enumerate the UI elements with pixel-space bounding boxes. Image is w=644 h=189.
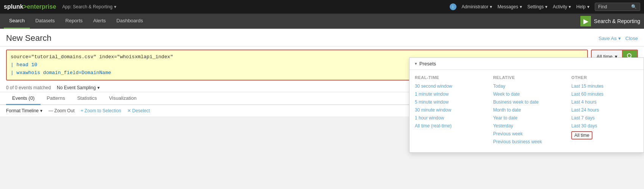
sampling-label: No Event Sampling: [57, 85, 96, 90]
nav-search-label: Search: [9, 18, 25, 23]
nav-search[interactable]: Search: [4, 14, 30, 29]
rel-month-to-date[interactable]: Month to date: [493, 107, 560, 113]
logo-text: splunk>enterprise: [4, 3, 56, 10]
time-dropdown: ▾ Presets REAL-TIME 30 second window 1 m…: [409, 57, 644, 116]
app-label-text: App: Search & Reporting: [62, 4, 113, 9]
info-icon: i: [450, 3, 456, 10]
sec-nav-right: ▶ Search & Reporting: [580, 14, 640, 29]
nav-alerts-label: Alerts: [93, 18, 106, 23]
chevron-down-icon: ▾: [114, 4, 116, 9]
chevron-down-icon: ▾: [97, 85, 100, 90]
help-label: Help: [576, 4, 586, 9]
app-branding-label: Search & Reporting: [594, 18, 640, 24]
chevron-down-icon: ▾: [415, 61, 417, 66]
sampling-button[interactable]: No Event Sampling ▾: [57, 85, 100, 90]
chevron-down-icon: ▾: [490, 4, 492, 9]
app-branding: ▶ Search & Reporting: [580, 16, 640, 26]
page-header-actions: Save As ▾ Close: [599, 36, 638, 41]
rt-30min[interactable]: 30 minute window: [415, 107, 482, 113]
find-input[interactable]: Find 🔍: [595, 3, 640, 11]
other-column: OTHER Last 15 minutes Last 60 minutes La…: [571, 75, 638, 116]
relative-column: RELATIVE Today Week to date Business wee…: [493, 75, 560, 116]
relative-header: RELATIVE: [493, 75, 560, 80]
top-nav-right: i Administrator ▾ Messages ▾ Settings ▾ …: [450, 3, 640, 11]
administrator-label: Administrator: [462, 4, 489, 9]
top-nav-left: splunk>enterprise App: Search & Reportin…: [4, 3, 116, 10]
nav-datasets[interactable]: Datasets: [30, 14, 60, 29]
pipe-keyword: | head 10: [11, 62, 37, 68]
other-4hrs[interactable]: Last 4 hours: [571, 99, 638, 105]
save-as-label: Save As: [599, 36, 617, 41]
rt-1hour[interactable]: 1 hour window: [415, 115, 482, 116]
chevron-down-icon: ▾: [545, 4, 547, 9]
messages-menu[interactable]: Messages ▾: [497, 4, 522, 9]
zoom-to-label: + Zoom to Selection: [81, 108, 121, 113]
splunk-logo[interactable]: splunk>enterprise: [4, 3, 56, 10]
deselect-label: ✕ Deselect: [127, 108, 150, 113]
nav-alerts[interactable]: Alerts: [88, 14, 111, 29]
nav-reports[interactable]: Reports: [60, 14, 88, 29]
chevron-down-icon: ▾: [587, 4, 589, 9]
find-placeholder: Find: [598, 4, 607, 9]
close-button[interactable]: Close: [625, 36, 638, 41]
nav-dashboards[interactable]: Dashboards: [111, 14, 148, 29]
tab-statistics-label: Statistics: [77, 95, 97, 101]
zoom-out-button[interactable]: — Zoom Out: [48, 108, 75, 113]
chevron-down-icon: ▾: [618, 36, 621, 41]
other-15min[interactable]: Last 15 minutes: [571, 84, 638, 89]
chevron-down-icon: ▾: [40, 108, 42, 113]
page-header: New Search Save As ▾ Close: [0, 29, 644, 46]
nav-reports-label: Reports: [66, 18, 83, 23]
real-time-header: REAL-TIME: [415, 75, 482, 80]
zoom-to-selection-button[interactable]: + Zoom to Selection: [81, 108, 121, 113]
dropdown-columns: REAL-TIME 30 second window 1 minute wind…: [410, 70, 644, 116]
app-label[interactable]: App: Search & Reporting ▾: [62, 4, 116, 9]
other-24hrs[interactable]: Last 24 hours: [571, 107, 638, 113]
app-branding-icon: ▶: [580, 16, 591, 26]
rt-30sec[interactable]: 30 second window: [415, 84, 482, 89]
format-timeline-button[interactable]: Format Timeline ▾: [6, 108, 42, 113]
format-timeline-label: Format Timeline: [6, 108, 39, 113]
rel-year-to-date[interactable]: Year to date: [493, 115, 560, 116]
secondary-navigation: Search Datasets Reports Alerts Dashboard…: [0, 14, 644, 29]
search-icon: 🔍: [631, 4, 637, 9]
tab-patterns-label: Patterns: [47, 95, 65, 101]
svg-point-0: [627, 54, 631, 57]
other-60min[interactable]: Last 60 minutes: [571, 91, 638, 97]
real-time-column: REAL-TIME 30 second window 1 minute wind…: [415, 75, 482, 116]
dropdown-header: ▾ Presets: [410, 58, 644, 70]
chevron-down-icon: ▾: [520, 4, 522, 9]
messages-label: Messages: [497, 4, 518, 9]
rel-biz-week[interactable]: Business week to date: [493, 99, 560, 105]
tab-events-label: Events (0): [12, 95, 34, 101]
tab-visualization-label: Visualization: [109, 95, 137, 101]
rel-week-to-date[interactable]: Week to date: [493, 91, 560, 97]
activity-menu[interactable]: Activity ▾: [553, 4, 571, 9]
rt-1min[interactable]: 1 minute window: [415, 91, 482, 97]
logo-highlight: >enterprise: [23, 3, 56, 10]
tab-visualization[interactable]: Visualization: [103, 92, 143, 105]
zoom-out-label: — Zoom Out: [48, 108, 75, 113]
other-7days[interactable]: Last 7 days: [571, 115, 638, 116]
save-as-button[interactable]: Save As ▾: [599, 36, 621, 41]
chevron-down-icon: ▾: [569, 4, 571, 9]
settings-label: Settings: [527, 4, 544, 9]
nav-dashboards-label: Dashboards: [116, 18, 143, 23]
administrator-menu[interactable]: Administrator ▾: [462, 4, 492, 9]
rt-5min[interactable]: 5 minute window: [415, 99, 482, 105]
help-menu[interactable]: Help ▾: [576, 4, 589, 9]
other-header: OTHER: [571, 75, 638, 80]
page-title: New Search: [6, 33, 52, 43]
dropdown-header-label: Presets: [419, 61, 436, 67]
tab-patterns[interactable]: Patterns: [41, 92, 71, 105]
tab-events[interactable]: Events (0): [6, 92, 41, 105]
top-navigation: splunk>enterprise App: Search & Reportin…: [0, 0, 644, 14]
rel-today[interactable]: Today: [493, 84, 560, 89]
activity-label: Activity: [553, 4, 567, 9]
sec-nav-items: Search Datasets Reports Alerts Dashboard…: [4, 14, 148, 29]
events-count: 0 of 0 events matched: [6, 85, 51, 90]
settings-menu[interactable]: Settings ▾: [527, 4, 547, 9]
tab-statistics[interactable]: Statistics: [71, 92, 103, 105]
nav-datasets-label: Datasets: [35, 18, 55, 23]
deselect-button[interactable]: ✕ Deselect: [127, 108, 150, 113]
